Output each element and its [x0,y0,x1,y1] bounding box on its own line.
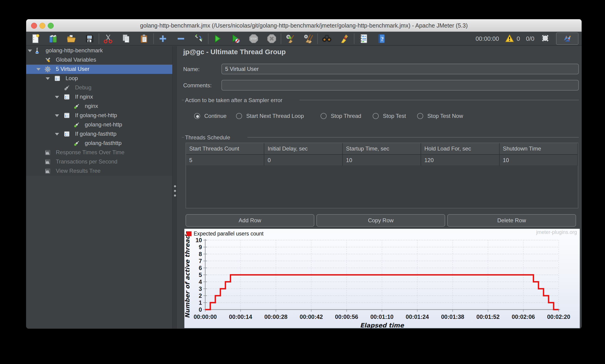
listener-icon [44,168,51,174]
expand-arrow-icon[interactable] [55,96,59,98]
warning-icon[interactable] [505,34,514,44]
paste-icon[interactable] [135,32,153,45]
search-reset-icon[interactable] [336,32,354,45]
radio-stop-test-now[interactable]: Stop Test Now [417,113,463,119]
clear-all-icon[interactable] [299,32,317,45]
radio-stop-test[interactable]: Stop Test [373,113,406,119]
svg-text:0: 0 [199,306,202,313]
radio-stop-thread[interactable]: Stop Thread [321,113,361,119]
radio-continue[interactable]: Continue [194,113,226,119]
tree-item-if-golang-fasthttp[interactable]: If golang-fasthttp [26,130,172,139]
sampler-error-fieldset-line [300,100,579,100]
schedule-cell[interactable]: 5 [186,155,264,166]
stop-icon[interactable]: STOP [245,32,263,45]
expand-arrow-icon[interactable] [46,77,50,80]
tree-item-label: Global Variables [56,56,96,63]
radio-label: Stop Test Now [427,113,463,119]
tree-item-label: nginx [85,103,98,109]
new-file-icon[interactable] [26,32,44,45]
tree-item-5-virtual-user[interactable]: 5 Virtual User [26,65,172,74]
expand-arrow-icon[interactable] [36,68,40,71]
tree-item-view-results-tree[interactable]: View Results Tree [26,167,172,176]
tree-item-golang-net-http[interactable]: golang-net-http [26,120,172,130]
thread-group-icon [44,66,51,72]
start-no-timers-icon[interactable] [226,32,245,45]
expand-arrow-icon[interactable] [55,114,59,117]
tree-item-debug[interactable]: Debug [26,83,172,92]
toolbar: STOP? 00:00:00 0 0/0 [26,32,582,46]
svg-text:00:00:28: 00:00:28 [264,313,288,320]
threads-schedule-fieldset-line-left [182,137,184,138]
radio-button-icon[interactable] [236,113,242,119]
tree-item-nginx[interactable]: nginx [26,102,172,111]
radio-start-next-thread-loop[interactable]: Start Next Thread Loop [236,113,304,119]
expand-arrow-icon[interactable] [55,133,59,135]
toggle-icon[interactable] [190,32,208,45]
svg-text:4: 4 [199,279,202,285]
radio-button-icon[interactable] [194,113,200,119]
expand-arrow-icon[interactable] [28,50,32,52]
function-helper-icon[interactable] [354,32,372,45]
radio-label: Start Next Thread Loop [246,113,304,119]
tree-item-label: Response Times Over Time [56,149,124,156]
title-bar[interactable]: golang-http-benchmark.jmx (/Users/nicola… [26,19,582,32]
svg-text:9: 9 [199,244,202,250]
cut-icon[interactable] [99,32,117,45]
divider-grip [174,195,176,196]
schedule-cell[interactable]: 120 [421,155,499,166]
tree-item-transactions-per-second[interactable]: Transactions per Second [26,157,172,167]
column-header[interactable]: Hold Load For, sec [421,143,499,154]
shutdown-icon[interactable] [263,32,281,45]
name-input[interactable] [222,64,579,74]
schedule-cell[interactable]: 10 [500,155,578,166]
save-icon[interactable] [81,32,99,45]
tree-item-loop[interactable]: Loop [26,74,172,83]
radio-button-icon[interactable] [321,113,327,119]
threads-preview-chart: jmeter-plugins.org Expected parallel use… [184,229,580,328]
add-icon[interactable] [154,32,172,45]
svg-text:5: 5 [199,272,202,278]
tree-item-golang-fasthttp[interactable]: golang-fasthttp [26,139,172,148]
tree-item-response-times-over-time[interactable]: Response Times Over Time [26,148,172,157]
svg-text:?: ? [381,36,384,42]
plugins-manager-button[interactable] [556,33,578,45]
copy-row-button[interactable]: Copy Row [316,214,445,227]
open-file-icon[interactable] [63,32,81,45]
tree-item-global-variables[interactable]: Global Variables [26,55,172,65]
add-row-button[interactable]: Add Row [185,214,314,227]
help-icon[interactable]: ? [372,32,391,45]
search-icon[interactable] [318,32,336,45]
toolbar-status-cluster: 00:00:00 0 0/0 [475,32,578,46]
listener-icon [44,159,51,165]
radio-button-icon[interactable] [373,113,379,119]
clear-icon[interactable] [281,32,299,45]
tree-item-label: Debug [75,84,92,91]
column-header[interactable]: Start Threads Count [186,143,264,154]
svg-text:8: 8 [199,251,202,257]
templates-icon[interactable] [44,32,63,45]
schedule-cell[interactable]: 10 [343,155,421,166]
column-header[interactable]: Initial Delay, sec [264,143,342,154]
start-icon[interactable] [209,32,226,45]
tree-item-if-nginx[interactable]: If nginx [26,92,172,102]
radio-button-icon[interactable] [417,113,423,119]
delete-row-button[interactable]: Delete Row [447,214,576,227]
svg-text:STOP: STOP [250,38,257,40]
column-header[interactable]: Shutdown Time [500,143,578,154]
tree-item-if-golang-net-http[interactable]: If golang-net-http [26,111,172,120]
svg-text:7: 7 [199,258,202,264]
svg-text:Elapsed time: Elapsed time [360,322,404,328]
tree-item-golang-http-benchmark[interactable]: golang-http-benchmark [26,46,172,55]
split-pane-divider[interactable] [172,46,177,329]
copy-icon[interactable] [117,32,135,45]
svg-text:00:00:00: 00:00:00 [194,313,217,320]
schedule-row[interactable]: 501012010 [186,155,578,166]
sampler-error-fieldset-line-left [182,100,184,100]
comments-input[interactable] [222,80,579,91]
column-header[interactable]: Startup Time, sec [343,143,421,154]
svg-text:Number of active threads: Number of active threads [184,231,191,318]
remove-icon[interactable] [172,32,190,45]
remote-ball-icon[interactable] [540,33,550,44]
schedule-cell[interactable]: 0 [264,155,342,166]
radio-label: Continue [204,113,226,119]
